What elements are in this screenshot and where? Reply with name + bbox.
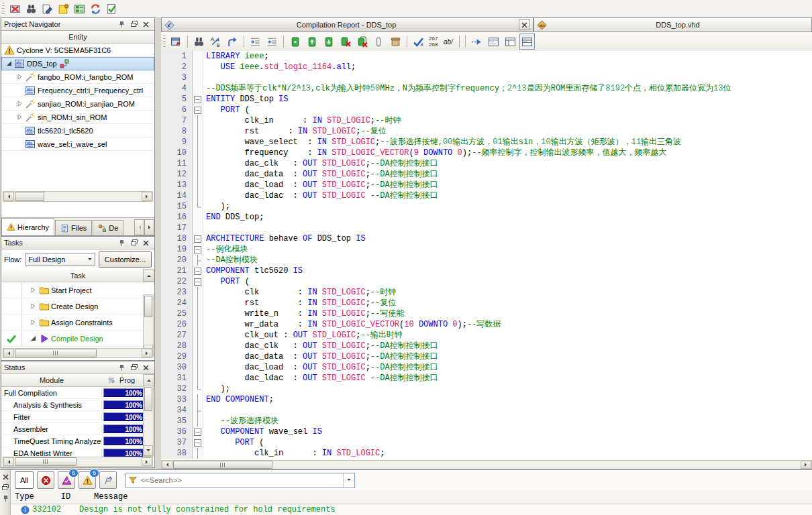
close-icon[interactable]	[0, 471, 11, 482]
tree-item[interactable]: abcVHDwave_sel:i_wave_sel	[1, 137, 154, 151]
syntax-check-button[interactable]	[411, 34, 426, 50]
entity-column-header[interactable]: Entity	[1, 31, 154, 44]
code-line[interactable]: 27 clk_out : OUT STD_LOGIC;--输出时钟	[161, 330, 812, 341]
task-row[interactable]: Create Design	[1, 298, 144, 314]
refresh-button[interactable]	[87, 1, 103, 17]
bookmark-button[interactable]	[287, 34, 303, 50]
scroll-left-button[interactable]	[3, 192, 14, 201]
bookmark-back-button[interactable]	[321, 34, 336, 50]
status-vscrollbar[interactable]	[143, 386, 154, 457]
scroll-right-button[interactable]	[142, 349, 152, 357]
search-dropdown-button[interactable]	[343, 473, 354, 488]
scroll-left-button[interactable]	[3, 349, 14, 357]
tree-item-device[interactable]: Cyclone V: 5CSEMA5F31C6	[1, 44, 154, 57]
pin-icon[interactable]	[0, 493, 11, 504]
task-column-header[interactable]: Task	[1, 269, 154, 282]
code-line[interactable]: 9 wave_select : IN STD_LOGIC;--波形选择按键,00…	[161, 137, 812, 148]
code-line[interactable]: 31 dac_ldac : OUT STD_LOGIC --DA控制控制接口	[161, 373, 812, 384]
goto-button[interactable]	[225, 34, 240, 50]
code-line[interactable]: 28 dac_clk : OUT STD_LOGIC;--DA控制控制接口	[161, 341, 812, 351]
scroll-up-button[interactable]	[143, 269, 154, 282]
code-line[interactable]: 30 dac_load : OUT STD_LOGIC;--DA控制控制接口	[161, 362, 812, 373]
message-search-box[interactable]	[125, 473, 355, 488]
float-icon[interactable]	[128, 237, 140, 248]
code-line[interactable]: 14 dac_ldac : OUT STD_LOGIC --DA控制控制接口	[161, 190, 812, 201]
tree-item[interactable]: sin_ROM:i_sin_ROM	[1, 111, 154, 124]
fold-marker-box[interactable]	[193, 437, 203, 448]
tasks-vscrollbar[interactable]	[143, 294, 154, 356]
code-line[interactable]: 1LIBRARY ieee;	[161, 51, 812, 62]
code-line[interactable]: 16END DDS_top;	[161, 212, 812, 223]
vhdl-editor-window-titlebar[interactable]: abc DDS_top.vhd	[534, 17, 812, 32]
code-line[interactable]: 2 USE ieee.std_logic_1164.all;	[161, 62, 812, 72]
code-line[interactable]: 3	[161, 72, 812, 83]
tab-scroll-right-button[interactable]	[144, 219, 154, 235]
expander-closed-icon[interactable]	[30, 287, 36, 293]
code-line[interactable]: 23 clk : IN STD_LOGIC;--时钟	[161, 287, 812, 298]
attach-button[interactable]	[371, 34, 387, 50]
scroll-left-button[interactable]	[162, 461, 172, 469]
indent-button[interactable]	[248, 34, 263, 50]
expander-closed-icon[interactable]	[30, 303, 36, 309]
unindent-button[interactable]	[264, 34, 280, 50]
tree-item[interactable]: fangbo_ROM:i_fangbo_ROM	[1, 70, 154, 84]
code-line[interactable]: 33END COMPONENT;	[161, 394, 812, 405]
float-icon[interactable]	[128, 362, 140, 373]
close-icon[interactable]	[140, 362, 152, 373]
code-line[interactable]: 25 write_n : IN STD_LOGIC;--写使能	[161, 308, 812, 319]
tab-hierarchy[interactable]: Hierarchy	[1, 218, 54, 235]
code-line[interactable]: 24 rst : IN STD_LOGIC;--复位	[161, 298, 812, 308]
code-line[interactable]: 26 wr_data : IN STD_LOGIC_VECTOR(10 DOWN…	[161, 319, 812, 330]
tab-files[interactable]: Files	[55, 220, 92, 235]
code-line[interactable]: 11 dac_clk : OUT STD_LOGIC;--DA控制控制接口	[161, 158, 812, 169]
export-template-button[interactable]	[168, 34, 184, 50]
scroll-thumb[interactable]	[15, 192, 44, 201]
code-editor[interactable]: 1LIBRARY ieee;2 USE ieee.std_logic_1164.…	[161, 51, 812, 460]
toolbar-grip[interactable]	[2, 2, 5, 15]
task-row[interactable]: Start Project	[1, 282, 144, 298]
code-line[interactable]: 21COMPONENT tlc5620 IS	[161, 266, 812, 276]
customize-button[interactable]: Customize...	[99, 251, 152, 268]
fold-marker-box[interactable]	[193, 94, 203, 105]
close-icon[interactable]	[519, 19, 530, 30]
pin-icon[interactable]	[116, 237, 128, 248]
fold-marker-box[interactable]	[193, 426, 203, 437]
float-icon[interactable]	[128, 19, 140, 30]
errors-filter-button[interactable]	[37, 471, 54, 489]
goto-dashed-button[interactable]	[469, 34, 485, 50]
task-row[interactable]: Compile Design	[1, 331, 144, 347]
code-line[interactable]: 29 dac_data : OUT STD_LOGIC;--DA控制控制接口	[161, 351, 812, 362]
fold-marker-box[interactable]	[193, 105, 203, 115]
code-line[interactable]: 36 COMPONENT wave_sel IS	[161, 426, 812, 437]
pane-button-b[interactable]	[503, 34, 518, 50]
sticky-note-button[interactable]	[55, 1, 71, 17]
code-line[interactable]: 7 clk_in : IN STD_LOGIC;--时钟	[161, 115, 812, 126]
suppressed-filter-button[interactable]	[99, 471, 117, 489]
toolbar-grip[interactable]	[163, 35, 166, 48]
bookmark-delete-button[interactable]	[338, 34, 353, 50]
scroll-up-button[interactable]	[143, 374, 154, 386]
editor-hscrollbar[interactable]	[161, 460, 812, 469]
close-icon[interactable]	[140, 19, 152, 30]
scroll-thumb[interactable]	[15, 457, 77, 466]
code-line[interactable]: 38 clk_in : IN STD_LOGIC;	[161, 448, 812, 459]
pane-button-c[interactable]	[519, 34, 535, 50]
code-line[interactable]: 34	[161, 405, 812, 416]
bookmark-up-button[interactable]	[304, 34, 319, 50]
find-button[interactable]	[191, 34, 207, 50]
stop-button[interactable]	[7, 1, 23, 17]
expander-open-icon[interactable]	[4, 60, 13, 66]
scroll-left-button[interactable]	[3, 457, 14, 466]
code-line[interactable]: 10 frequency : IN STD_LOGIC_VECTOR(9 DOW…	[161, 148, 812, 158]
tree-item[interactable]: abcVHDtlc5620:i_tlc5620	[1, 124, 154, 137]
tab-de[interactable]: De	[93, 220, 123, 235]
expander-open-icon[interactable]	[30, 335, 36, 341]
fold-marker-box[interactable]	[193, 266, 203, 276]
close-icon[interactable]	[140, 237, 152, 248]
code-line[interactable]: 18ARCHITECTURE behave OF DDS_top IS	[161, 233, 812, 244]
pin-icon[interactable]	[116, 19, 128, 30]
code-line[interactable]: 20--DA控制模块	[161, 255, 812, 266]
code-line[interactable]: 22 PORT (	[161, 276, 812, 287]
scroll-down-button[interactable]	[144, 445, 153, 456]
fold-marker-box[interactable]	[193, 276, 203, 287]
